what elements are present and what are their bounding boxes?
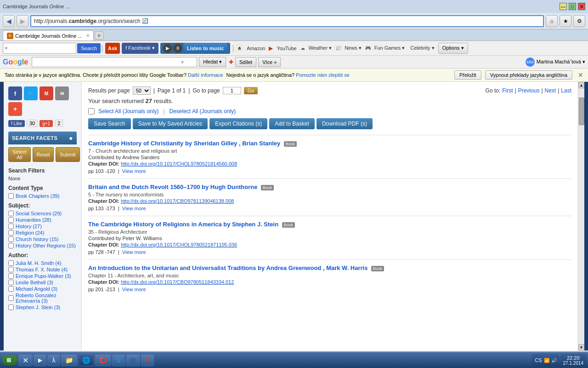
start-button[interactable]: ⊞ <box>2 355 17 365</box>
play-button[interactable]: ▶ <box>163 44 172 53</box>
translate-off-button[interactable]: Vypnout překlady jazyka angličtina <box>485 70 572 80</box>
news-button[interactable]: News ▾ <box>343 44 363 52</box>
per-page-select[interactable]: 50 25 10 <box>133 86 151 95</box>
translate-close-button[interactable]: ✕ <box>578 71 583 79</box>
taskbar-item-4[interactable]: 📁 <box>61 354 77 366</box>
subject-label[interactable]: History Other Regions (15) <box>16 243 76 248</box>
weather-button[interactable]: Weather ▾ <box>307 44 334 52</box>
maximize-button[interactable]: □ <box>569 3 576 10</box>
author-label[interactable]: Roberto Gonzalez Echevarría (3) <box>16 293 77 304</box>
myspace-share-button[interactable]: M <box>40 86 53 100</box>
author-checkbox[interactable] <box>8 260 14 266</box>
go-button[interactable]: Go <box>244 87 258 94</box>
google-search-input[interactable] <box>34 59 181 65</box>
view-more-link[interactable]: View more <box>122 206 146 211</box>
subject-label[interactable]: History (27) <box>16 224 42 229</box>
subject-checkbox[interactable] <box>8 236 14 242</box>
result-doi-link[interactable]: http://dx.doi.org/10.1017/CHOL9780521814… <box>121 161 237 167</box>
forward-button[interactable]: ▶ <box>17 15 28 27</box>
clock[interactable]: 22:20 27.1.2014 <box>560 354 587 367</box>
listen-button[interactable]: Listen to music <box>183 43 228 54</box>
like-button[interactable]: f Like <box>8 120 25 127</box>
taskbar-chrome-item[interactable]: ⭕ <box>95 354 111 366</box>
subject-checkbox[interactable] <box>8 211 14 216</box>
taskbar-item-2[interactable]: ▶ <box>34 354 46 366</box>
subject-label[interactable]: Social Sciences (29) <box>16 211 62 216</box>
toolbar-search-input[interactable] <box>8 46 63 51</box>
author-checkbox[interactable] <box>8 286 14 292</box>
content-type-checkbox[interactable] <box>8 193 14 199</box>
result-title-link[interactable]: An Introduction to the Unitarian and Uni… <box>88 264 368 271</box>
author-checkbox[interactable] <box>8 280 14 285</box>
vice-button[interactable]: Více » <box>258 57 281 67</box>
facebook-share-button[interactable]: f <box>8 86 22 100</box>
settings-button[interactable]: ⚙ <box>573 15 585 27</box>
speaker-icon[interactable]: 🔊 <box>551 358 557 363</box>
author-checkbox[interactable] <box>8 267 14 272</box>
deselect-all-link[interactable]: Deselect All (Journals only) <box>170 108 236 115</box>
result-doi-link[interactable]: http://dx.doi.org/10.1017/CBO97811390461… <box>121 198 234 204</box>
translate-improve-link[interactable]: Pomozte nám zlepšit se <box>296 72 350 78</box>
minimize-button[interactable]: — <box>560 3 567 10</box>
search-dropdown-icon[interactable]: ▾ <box>5 46 7 51</box>
page-input[interactable] <box>223 87 241 94</box>
select-all-checkbox[interactable] <box>88 108 95 115</box>
translate-button[interactable]: Přeložit <box>454 70 481 80</box>
close-button[interactable]: ✕ <box>578 3 585 10</box>
youtube-button[interactable]: YouTube <box>275 45 298 52</box>
subject-checkbox[interactable] <box>8 230 14 236</box>
subject-label[interactable]: Church history (15) <box>16 236 59 242</box>
subject-checkbox[interactable] <box>8 224 14 229</box>
ask-button[interactable]: Ask <box>105 43 120 54</box>
result-doi-link[interactable]: http://dx.doi.org/10.1017/CHOL9780521871… <box>121 242 237 247</box>
author-label[interactable]: Enrique Pupo-Walker (3) <box>16 273 71 279</box>
view-more-link[interactable]: View more <box>122 249 146 255</box>
download-pdf-button[interactable]: Download PDF (s) <box>317 118 373 129</box>
lang-indicator[interactable]: CS <box>535 357 542 363</box>
subject-label[interactable]: Religion (24) <box>16 230 44 236</box>
facets-toggle-button[interactable]: ● <box>69 134 73 142</box>
author-label[interactable]: Julia M. H. Smith (4) <box>16 260 62 266</box>
user-account-button[interactable]: MM Martina Macháˇtová ▾ <box>526 58 585 67</box>
options-button[interactable]: Options ▾ <box>438 43 468 54</box>
address-bar[interactable]: http://journals.cambridge.org/action/sea… <box>30 15 544 27</box>
taskbar-ppt-item[interactable]: P <box>141 354 154 366</box>
submit-facet-button[interactable]: Submit <box>56 147 79 162</box>
add-basket-button[interactable]: Add to Basket <box>269 118 315 129</box>
result-title-link[interactable]: Cambridge History of Christianity by She… <box>88 140 280 147</box>
export-citations-button[interactable]: Export Citations (s) <box>209 118 267 129</box>
subject-checkbox[interactable] <box>8 243 14 248</box>
taskbar-item-3[interactable]: λ <box>47 354 60 366</box>
back-button[interactable]: ◀ <box>3 15 15 27</box>
select-all-facet-button[interactable]: Select All <box>8 147 31 162</box>
author-checkbox[interactable] <box>8 295 14 301</box>
author-checkbox[interactable] <box>8 273 14 279</box>
favorites-button[interactable]: ★ <box>560 15 571 27</box>
pause-button[interactable]: ⏸ <box>173 44 182 53</box>
content-type-label[interactable]: Book Chapters (39) <box>16 193 59 199</box>
sdilet-button[interactable]: Sdílet <box>235 57 256 67</box>
author-label[interactable]: Leslie Bethell (3) <box>16 280 53 285</box>
nav-last-link[interactable]: Last <box>561 87 571 94</box>
subject-checkbox[interactable] <box>8 217 14 223</box>
author-label[interactable]: Stephen J. Stein (3) <box>16 305 60 310</box>
hledat-button[interactable]: Hledat ▾ <box>199 57 226 67</box>
save-articles-button[interactable]: Save to My Saved Articles <box>133 118 208 129</box>
select-all-link[interactable]: Select All (Journals only) <box>98 108 158 115</box>
celebrity-button[interactable]: Celebrity ▾ <box>408 44 436 52</box>
subject-label[interactable]: Humanities (28) <box>16 217 51 223</box>
google-dropdown-icon[interactable]: ▾ <box>181 59 184 65</box>
view-more-link[interactable]: View more <box>122 168 146 174</box>
nav-first-link[interactable]: First <box>502 87 513 94</box>
author-checkbox[interactable] <box>8 305 14 310</box>
toolbar-search-button[interactable]: Search <box>77 43 101 53</box>
tab-close-button[interactable]: ✕ <box>86 33 90 38</box>
author-label[interactable]: Thomas F. X. Noble (4) <box>16 267 68 272</box>
taskbar-ie-item[interactable]: 🌐 <box>78 354 94 366</box>
nav-next-link[interactable]: Next <box>545 87 556 94</box>
twitter-share-button[interactable]: 🐦 <box>24 86 38 100</box>
fun-games-button[interactable]: Fun Games ▾ <box>373 44 407 52</box>
gplus-button[interactable]: g+1 <box>40 120 53 127</box>
home-button[interactable]: ⌂ <box>546 15 558 27</box>
view-more-link[interactable]: View more <box>122 287 146 292</box>
